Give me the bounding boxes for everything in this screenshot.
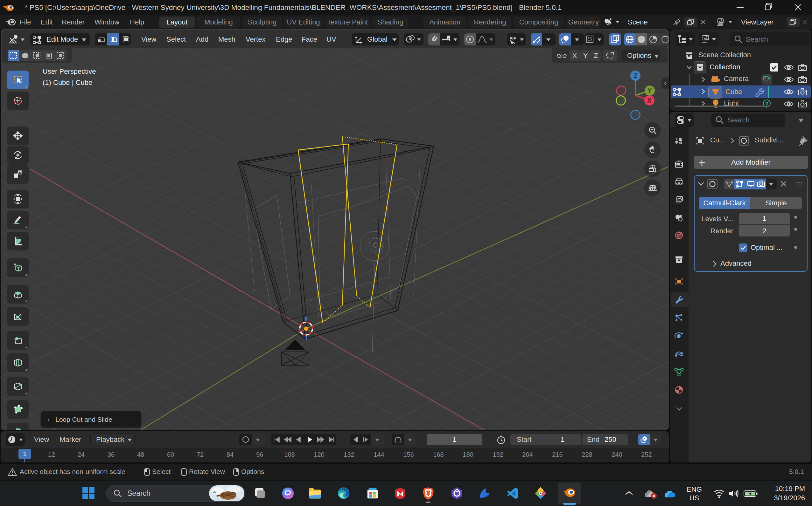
svg-text:Z: Z [633, 72, 637, 79]
svg-text:Y: Y [648, 87, 652, 94]
svg-text:X: X [647, 97, 652, 104]
